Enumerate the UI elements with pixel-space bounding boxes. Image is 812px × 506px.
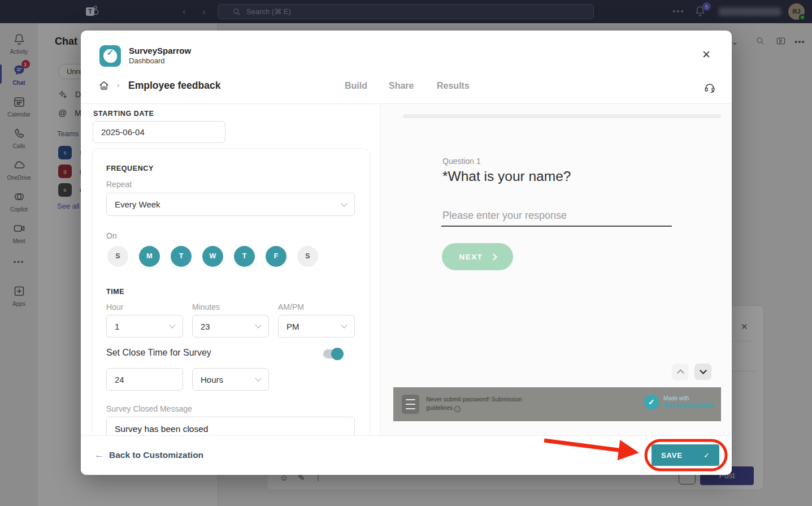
chevron-down-icon [169,322,175,328]
made-with-branding[interactable]: ✓ Made with SurveySparrow [644,395,713,409]
survey-progress-bar [403,114,721,118]
tab-results[interactable]: Results [437,81,470,91]
ampm-select[interactable]: PM [278,315,355,338]
surveysparrow-logo-icon: ✓ [99,45,121,67]
app-name: SurveySparrow [129,46,191,55]
close-time-toggle[interactable] [323,349,342,358]
schedule-settings-panel: STARTING DATE 2025-06-04 FREQUENCY Repea… [81,104,380,435]
survey-preview-panel: Question 1 *What is your name? Please en… [380,104,732,435]
submission-guidelines-text[interactable]: Never submit password! Submission guidel… [426,395,522,412]
chevron-down-icon [255,375,261,381]
minutes-label: Minutes [192,302,220,312]
modal-footer: ← Back to Customization SAVE ✓ [81,435,732,475]
info-icon: ↓ [454,406,461,412]
chevron-down-icon [341,322,347,328]
repeat-label: Repeat [106,180,132,189]
surveysparrow-modal: ✓ SurveySparrow Dashboard ✕ › Employee f… [81,31,732,475]
tab-share[interactable]: Share [389,81,414,91]
day-sunday[interactable]: S [107,246,128,267]
surveysparrow-bird-icon: ✓ [644,395,659,409]
minutes-select[interactable]: 23 [192,315,269,338]
closed-message-label: Survey Closed Message [106,404,192,413]
hour-label: Hour [106,302,123,312]
starting-date-label: STARTING DATE [93,110,154,118]
day-saturday[interactable]: S [297,246,318,267]
app-subtitle: Dashboard [129,57,165,65]
ampm-label: AM/PM [278,302,304,312]
chevron-down-icon [341,200,347,206]
closed-message-input[interactable]: Survey has been closed [106,417,355,435]
duration-input[interactable]: 24 [106,368,183,391]
prev-question-button[interactable] [672,364,689,380]
arrow-left-icon: ← [94,449,104,461]
day-wednesday[interactable]: W [202,246,223,267]
starting-date-input[interactable]: 2025-06-04 [93,121,225,143]
chevron-down-icon [700,367,707,374]
frequency-card: FREQUENCY Repeat Every Week On S M T W T… [92,148,370,435]
response-input[interactable]: Please enter your response [442,210,567,222]
breadcrumb-chevron-icon: › [117,81,119,89]
day-tuesday[interactable]: T [171,246,192,267]
next-button[interactable]: NEXT [442,243,513,270]
chevron-down-icon [255,322,261,328]
preview-footer-banner: Never submit password! Submission guidel… [393,387,721,421]
check-icon: ✓ [704,451,710,460]
home-icon[interactable] [98,79,110,92]
hour-select[interactable]: 1 [106,315,183,338]
save-button[interactable]: SAVE ✓ [652,444,719,466]
hamburger-menu-icon[interactable] [402,395,419,414]
frequency-label: FREQUENCY [106,165,154,172]
repeat-select[interactable]: Every Week [106,193,355,216]
on-label: On [106,231,117,240]
chevron-up-icon [677,369,684,377]
time-label: TIME [106,288,124,296]
close-time-label: Set Close Time for Survey [106,348,211,358]
support-headset-icon[interactable] [704,81,716,94]
modal-close-icon[interactable]: ✕ [699,47,714,62]
day-thursday[interactable]: T [234,246,255,267]
question-text: *What is your name? [442,168,571,184]
day-monday[interactable]: M [139,246,160,267]
back-to-customization-link[interactable]: ← Back to Customization [94,449,203,461]
duration-unit-select[interactable]: Hours [192,368,269,391]
response-underline [441,226,672,227]
chevron-right-icon [490,253,497,261]
next-question-button[interactable] [694,364,711,380]
tab-build[interactable]: Build [345,81,367,91]
day-friday[interactable]: F [266,246,286,267]
question-number: Question 1 [442,157,481,166]
breadcrumb: Employee feedback [128,80,220,92]
